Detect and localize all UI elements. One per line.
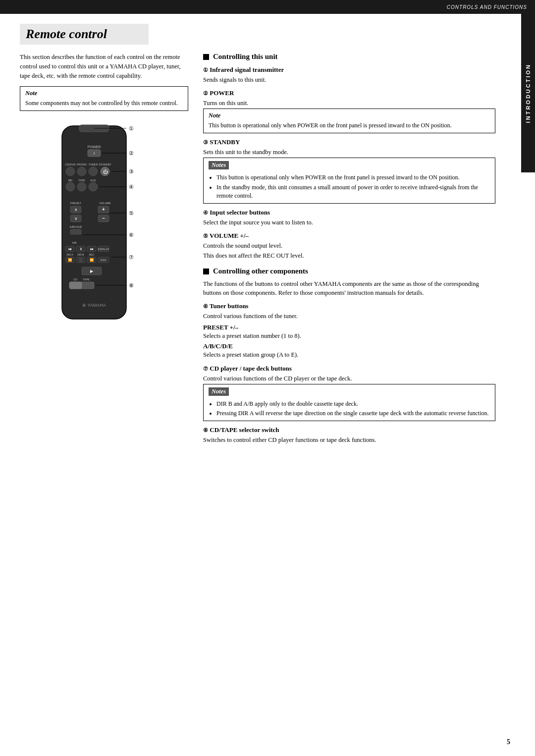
svg-text:I: I — [94, 151, 95, 156]
standby-note-1: This button is operational only when POW… — [216, 173, 490, 182]
abcde-text: Selects a preset station group (A to E). — [203, 350, 495, 359]
svg-text:STANDBY: STANDBY — [99, 163, 111, 166]
svg-point-18 — [77, 182, 86, 191]
infrared-text: Sends signals to this unit. — [203, 75, 495, 84]
svg-text:PHONO: PHONO — [77, 163, 87, 166]
svg-text:⊕ YAMAHA: ⊕ YAMAHA — [82, 303, 106, 308]
svg-text:⑦: ⑦ — [129, 254, 134, 260]
standby-notes-title: Notes — [209, 161, 229, 169]
standby-notes-list: This button is operational only when POW… — [209, 173, 490, 200]
cd-tape-notes-title: Notes — [209, 387, 229, 396]
remote-svg: POWER I CD/DVD PHONO TUNER STANDBY ⏻ — [35, 116, 173, 354]
item-infrared: ① Infrared signal transmitter Sends sign… — [203, 66, 495, 84]
svg-text:⏮: ⏮ — [68, 247, 72, 251]
svg-point-10 — [77, 167, 86, 176]
cdtape-selector-text: Switches to control either CD player fun… — [203, 435, 495, 444]
controlling-other-heading: Controlling other components — [203, 267, 495, 275]
top-bar-text: CONTROLS AND FUNCTIONS — [447, 4, 527, 10]
tuner-text: Control various functions of the tuner. — [203, 312, 495, 321]
preset-sub: PRESET +/– Selects a preset station numb… — [203, 324, 495, 340]
svg-point-17 — [66, 182, 75, 191]
power-note-box: Note This button is operational only whe… — [203, 108, 495, 133]
svg-text:⑥: ⑥ — [129, 232, 134, 238]
svg-text:DISC: DISC — [100, 259, 107, 262]
volume-text1: Controls the sound output level. — [203, 241, 495, 250]
svg-text:A/B/C/D/E: A/B/C/D/E — [69, 225, 82, 228]
power-note-title: Note — [209, 112, 490, 119]
main-content: Remote control This section describes th… — [0, 14, 535, 465]
page-title: Remote control — [20, 24, 149, 45]
abcde-sub: A/B/C/D/E Selects a preset station group… — [203, 342, 495, 359]
abcde-title: A/B/C/D/E — [203, 342, 233, 350]
input-selector-text: Select the input source you want to list… — [203, 218, 495, 227]
svg-text:PRESET: PRESET — [70, 202, 82, 205]
standby-note-2: In the standby mode, this unit consumes … — [216, 183, 490, 200]
svg-text:AUX: AUX — [90, 179, 96, 182]
svg-text:TAPE: TAPE — [78, 179, 85, 182]
standby-heading: ③ STANDBY — [203, 138, 495, 146]
svg-text:TAPE: TAPE — [83, 278, 90, 281]
standby-notes-box: Notes This button is operational only wh… — [203, 158, 495, 203]
svg-text:⏩: ⏩ — [90, 258, 94, 262]
power-text: Turns on this unit. — [203, 99, 495, 108]
right-tab: INTRODUCTION — [521, 14, 535, 172]
svg-rect-31 — [70, 229, 81, 234]
cdtape-selector-heading: ⑧ CD/TAPE selector switch — [203, 426, 495, 434]
cd-tape-note-2: Pressing DIR A will reverse the tape dir… — [216, 409, 490, 418]
svg-text:④: ④ — [129, 184, 134, 190]
remote-diagram: POWER I CD/DVD PHONO TUNER STANDBY ⏻ — [20, 116, 188, 354]
page-number: 5 — [507, 738, 510, 746]
note-title: Note — [25, 90, 183, 97]
svg-text:DIR B: DIR B — [77, 253, 84, 256]
svg-text:⏻: ⏻ — [103, 169, 108, 174]
power-heading: ② POWER — [203, 89, 495, 97]
cd-tape-text: Control various functions of the CD play… — [203, 374, 495, 383]
black-square-icon-2 — [203, 269, 209, 274]
svg-text:TUNER: TUNER — [89, 163, 98, 166]
svg-text:①: ① — [129, 125, 134, 131]
svg-point-11 — [89, 167, 98, 176]
svg-text:DISPLAY: DISPLAY — [98, 248, 109, 251]
svg-text:⬛: ⬛ — [79, 258, 83, 262]
item-tuner: ⑥ Tuner buttons Control various function… — [203, 302, 495, 359]
volume-text2: This does not affect the REC OUT level. — [203, 251, 495, 260]
black-square-icon — [203, 54, 209, 60]
two-column-layout: This section describes the function of e… — [20, 53, 495, 445]
svg-point-9 — [66, 167, 75, 176]
svg-text:⑧: ⑧ — [129, 282, 134, 288]
svg-text:⏪: ⏪ — [68, 258, 72, 262]
svg-text:MD: MD — [68, 179, 73, 182]
intro-text: This section describes the function of e… — [20, 53, 188, 80]
svg-text:CD: CD — [73, 278, 77, 281]
left-column: This section describes the function of e… — [20, 53, 188, 445]
svg-text:⏸: ⏸ — [79, 247, 83, 251]
top-bar: CONTROLS AND FUNCTIONS — [0, 0, 535, 14]
note-box: Note Some components may not be controll… — [20, 86, 188, 111]
right-column: Controlling this unit ① Infrared signal … — [203, 53, 495, 445]
svg-text:∧: ∧ — [74, 207, 78, 212]
svg-text:REC: REC — [89, 253, 95, 256]
preset-title: PRESET +/– — [203, 324, 238, 331]
power-note-text: This button is operational only when POW… — [209, 121, 490, 130]
infrared-heading: ① Infrared signal transmitter — [203, 66, 495, 74]
cd-tape-notes-box: Notes DIR B and A/B apply only to the do… — [203, 384, 495, 422]
svg-text:③: ③ — [129, 168, 134, 174]
svg-text:POWER: POWER — [88, 145, 101, 149]
svg-text:∨: ∨ — [74, 216, 78, 221]
svg-text:CD/DVD: CD/DVD — [65, 163, 75, 166]
item-power: ② POWER Turns on this unit. Note This bu… — [203, 89, 495, 133]
item-input-selector: ④ Input selector buttons Select the inpu… — [203, 209, 495, 227]
item-volume: ⑤ VOLUME +/– Controls the sound output l… — [203, 232, 495, 260]
svg-text:⑤: ⑤ — [129, 210, 134, 216]
svg-text:▶: ▶ — [90, 269, 94, 273]
cd-tape-notes-list: DIR B and A/B apply only to the double c… — [209, 400, 490, 418]
svg-text:–: – — [102, 216, 105, 221]
controlling-this-unit-heading: Controlling this unit — [203, 53, 495, 61]
preset-text: Selects a preset station number (1 to 8)… — [203, 331, 495, 340]
right-tab-label: INTRODUCTION — [525, 63, 531, 123]
item-standby: ③ STANDBY Sets this unit to the standby … — [203, 138, 495, 204]
svg-text:②: ② — [129, 150, 134, 156]
note-text: Some components may not be controlled by… — [25, 99, 183, 108]
other-components-intro: The functions of the buttons to control … — [203, 279, 495, 297]
item-cd-tape: ⑦ CD player / tape deck buttons Control … — [203, 365, 495, 422]
